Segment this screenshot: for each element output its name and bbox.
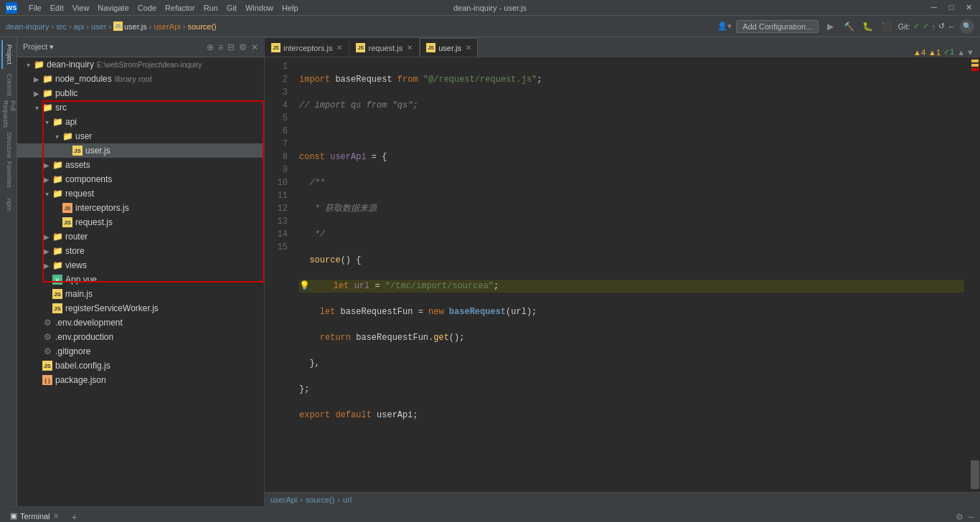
tree-interceptors[interactable]: JS interceptors.js [17,201,264,215]
status-source[interactable]: source() [306,495,334,504]
tab-user-js[interactable]: JS user.js ✕ [420,38,478,57]
favorites-panel-icon[interactable]: Favorites [1,161,16,189]
code-area[interactable]: 1 2 3 4 5 6 7 8 9 10 11 12 13 14 15 impo… [265,57,980,492]
terminal-tab[interactable]: ▣ Terminal ✕ [6,507,63,522]
tree-settings-btn[interactable]: ⚙ [239,42,247,52]
tree-gitignore[interactable]: ⚙ .gitignore [17,344,264,359]
tree-app-vue[interactable]: V App.vue [17,272,264,287]
maximize-button[interactable]: □ [946,3,957,12]
code-line-13: }; [299,383,964,396]
menu-git[interactable]: Git [227,4,237,12]
tree-expand-btn[interactable]: ⊟ [227,42,235,52]
tree-src[interactable]: ▾ 📁 src [17,100,264,115]
tree-request[interactable]: ▾ 📁 request [17,186,264,201]
tree-api[interactable]: ▾ 📁 api [17,115,264,129]
interceptors-icon: JS [62,202,73,214]
breadcrumb-source[interactable]: source() [187,22,216,31]
tree-add-btn[interactable]: ⊕ [207,42,214,52]
terminal-tab-close[interactable]: ✕ [53,512,59,520]
terminal-panel: ▣ Terminal ✕ + ⚙ ─ Microsoft Windows [版本… [0,506,980,522]
terminal-settings-icon[interactable]: ⚙ [956,512,963,522]
tree-user-folder[interactable]: ▾ 📁 user [17,129,264,143]
scroll-up-icon[interactable]: ▲ [957,48,965,57]
tree-store[interactable]: ▶ 📁 store [17,244,264,258]
api-label: api [65,117,77,127]
tree-env-dev[interactable]: ⚙ .env.development [17,315,264,330]
public-icon: 📁 [42,87,53,99]
code-line-11: return baseRequestFun.get(); [299,331,964,344]
menu-view[interactable]: View [72,4,90,12]
user-js-tab-icon: JS [426,43,435,52]
commit-panel-icon[interactable]: Commit [1,70,16,99]
request-tab-close[interactable]: ✕ [407,44,413,52]
pull-requests-panel-icon[interactable]: Pull Requests [1,100,16,129]
side-panel: Project Commit Pull Requests Structure F… [0,37,17,506]
tab-request[interactable]: JS request.js ✕ [349,38,419,57]
tree-collapse-btn[interactable]: ≡ [218,42,223,52]
menu-file[interactable]: File [29,4,42,12]
menu-code[interactable]: Code [138,4,156,12]
menu-help[interactable]: Help [282,4,298,12]
menu-window[interactable]: Window [245,4,273,12]
status-url[interactable]: url [343,495,352,504]
breadcrumb-src[interactable]: src [56,22,67,31]
interceptors-tab-close[interactable]: ✕ [336,44,342,52]
breadcrumb-api[interactable]: api [74,22,85,31]
menu-refactor[interactable]: Refactor [165,4,195,12]
git-back-icon[interactable]: ← [948,22,956,31]
code-content[interactable]: import baseRequest from "@/request/reque… [293,57,970,492]
terminal-minimize-icon[interactable]: ─ [968,512,974,522]
npm-panel-icon[interactable]: npm [1,191,16,219]
tree-package-json[interactable]: { } package.json [17,373,264,387]
breadcrumb: dean-inquiry › src › api › user › JS use… [6,22,217,31]
user-js-tab-close[interactable]: ✕ [466,44,471,52]
minimize-button[interactable]: ─ [928,3,940,12]
tree-node-modules[interactable]: ▶ 📁 node_modules library root [17,72,264,86]
tree-main-js[interactable]: JS main.js [17,287,264,301]
tree-env-prod[interactable]: ⚙ .env.production [17,330,264,344]
tree-components[interactable]: ▶ 📁 components [17,172,264,186]
tree-register-sw[interactable]: JS registerServiceWorker.js [17,301,264,315]
register-sw-icon: JS [52,303,63,314]
project-panel-icon[interactable]: Project [1,40,16,69]
tree-assets[interactable]: ▶ 📁 assets [17,158,264,172]
menu-navigate[interactable]: Navigate [98,4,128,12]
close-button[interactable]: ✕ [963,3,974,12]
breadcrumb-userapi[interactable]: userApi [154,22,180,31]
tree-root[interactable]: ▾ 📁 dean-inquiry E:\webStromProject\dean… [17,57,264,72]
git-refresh-icon[interactable]: ↺ [938,22,945,31]
search-button[interactable]: 🔍 [960,19,974,34]
user-icon[interactable]: 👤▾ [717,22,732,31]
tree-public[interactable]: ▶ 📁 public [17,86,264,100]
router-icon: 📁 [52,231,63,242]
run-button[interactable]: ▶ [823,19,837,34]
terminal-add-btn[interactable]: + [72,511,77,523]
breadcrumb-project[interactable]: dean-inquiry [6,22,50,31]
menu-edit[interactable]: Edit [50,4,64,12]
tree-request-js[interactable]: JS request.js [17,215,264,229]
status-userapi[interactable]: userApi [270,495,297,504]
scroll-down-icon[interactable]: ▼ [966,48,974,57]
add-configuration-button[interactable]: Add Configuration... [736,20,819,33]
code-line-2: // import qs from "qs"; [299,99,964,112]
tab-interceptors[interactable]: JS interceptors.js ✕ [265,38,349,57]
build-button[interactable]: 🔨 [842,19,856,34]
line-numbers: 1 2 3 4 5 6 7 8 9 10 11 12 13 14 15 [265,57,293,492]
store-label: store [65,246,85,256]
structure-panel-icon[interactable]: Structure [1,130,16,159]
tree-user-js[interactable]: JS user.js [17,143,264,158]
tree-close-btn[interactable]: ✕ [251,42,258,52]
toolbar: dean-inquiry › src › api › user › JS use… [0,16,980,37]
tree-babel-config[interactable]: JS babel.config.js [17,359,264,373]
interceptors-label: interceptors.js [75,203,129,213]
git-upload-icon[interactable]: ↑ [932,22,936,31]
breadcrumb-file[interactable]: JS user.js [113,22,147,31]
menu-bar: WS File Edit View Navigate Code Refactor… [6,2,298,14]
code-line-15 [299,435,964,447]
tree-router[interactable]: ▶ 📁 router [17,229,264,244]
tree-views[interactable]: ▶ 📁 views [17,258,264,272]
stop-button[interactable]: ⬛ [879,19,893,34]
menu-run[interactable]: Run [204,4,218,12]
debug-button[interactable]: 🐛 [860,19,875,34]
breadcrumb-user[interactable]: user [91,22,106,31]
